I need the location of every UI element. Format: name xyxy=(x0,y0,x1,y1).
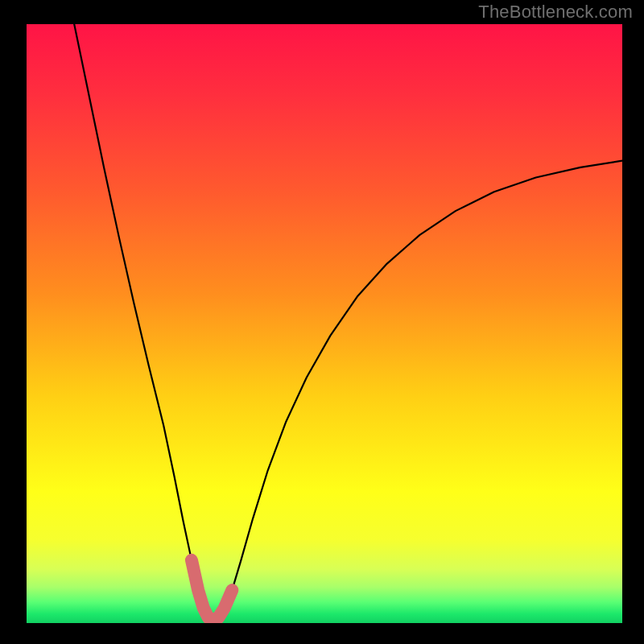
gradient-background xyxy=(27,24,622,623)
chart-svg xyxy=(27,24,622,623)
outer-frame: TheBottleneck.com xyxy=(0,0,644,644)
plot-area xyxy=(27,24,622,623)
watermark-text: TheBottleneck.com xyxy=(478,2,633,23)
